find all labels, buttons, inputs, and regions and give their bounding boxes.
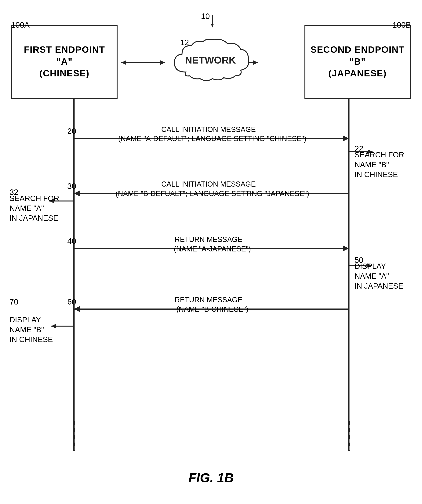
- note-50: DISPLAYNAME "A"IN JAPANESE: [355, 261, 403, 291]
- svg-marker-24: [121, 60, 126, 65]
- arrow-20-line1: CALL INITIATION MESSAGE: [95, 126, 322, 134]
- arrow-60-line1: RETURN MESSAGE: [95, 296, 322, 304]
- ref-10-arrow: [208, 15, 220, 30]
- diagram-container: 10 FIRST ENDPOINT "A" (CHINESE) 100A SEC…: [0, 0, 422, 504]
- arrow-40-line1: RETURN MESSAGE: [95, 235, 322, 244]
- network-cloud: NETWORK: [163, 38, 258, 87]
- ref-12: 12: [180, 38, 189, 47]
- endpoint-b-box: SECOND ENDPOINT "B" (JAPANESE): [304, 25, 411, 99]
- endpoint-a-text: FIRST ENDPOINT "A" (CHINESE): [24, 44, 105, 79]
- ref-30: 30: [67, 182, 76, 191]
- ref-20: 20: [67, 127, 76, 136]
- svg-text:NETWORK: NETWORK: [185, 55, 236, 66]
- ref-40: 40: [67, 237, 76, 246]
- endpoint-a-box: FIRST ENDPOINT "A" (CHINESE): [11, 25, 118, 99]
- ref-100a: 100A: [11, 20, 30, 30]
- ref-100b: 100B: [392, 20, 411, 30]
- arrow-20-line2: (NAME "A-DEFAULT"; LANGUAGE SETTING "CHI…: [80, 135, 345, 143]
- fig-caption: FIG. 1B: [0, 470, 422, 485]
- endpoint-b-text: SECOND ENDPOINT "B" (JAPANESE): [310, 44, 405, 79]
- note-70: DISPLAYNAME "B"IN CHINESE: [10, 315, 53, 344]
- svg-marker-13: [74, 306, 80, 312]
- note-22: SEARCH FORNAME "B"IN CHINESE: [355, 150, 404, 179]
- ref-70: 70: [10, 297, 18, 306]
- arrow-30-line2: (NAME "B-DEFUALT"; LANGUAGE SETTING "JAP…: [80, 190, 345, 198]
- svg-marker-27: [211, 24, 214, 28]
- svg-marker-7: [74, 191, 80, 196]
- network-cloud-svg: NETWORK: [163, 38, 258, 87]
- ref-60: 60: [67, 297, 76, 306]
- arrow-40-line2: (NAME "A-JAPANESE"): [80, 245, 345, 253]
- note-32: SEARCH FORNAME "A"IN JAPANESE: [10, 193, 59, 223]
- arrow-60-line2: (NAME "B-CHINESE"): [80, 305, 345, 313]
- arrow-30-line1: CALL INITIATION MESSAGE: [95, 180, 322, 188]
